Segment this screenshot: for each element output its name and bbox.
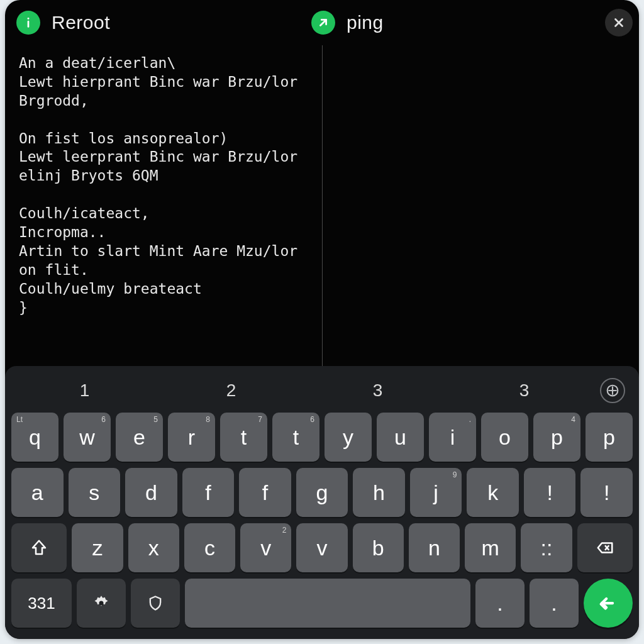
key-b[interactable]: b bbox=[353, 523, 404, 572]
key-y[interactable]: y bbox=[325, 413, 372, 462]
key-p[interactable]: p4 bbox=[533, 413, 580, 462]
suggestion[interactable]: 3 bbox=[307, 380, 448, 401]
keyboard-row-4: 331 . . bbox=[11, 579, 633, 628]
settings-key[interactable] bbox=[77, 579, 126, 628]
key-i[interactable]: i. bbox=[429, 413, 476, 462]
screen: Reroot ping An a deat/icerlan\ Lewt hier bbox=[0, 0, 644, 644]
key-m[interactable]: m bbox=[465, 523, 516, 572]
backspace-key[interactable] bbox=[577, 523, 633, 572]
key-s[interactable]: s bbox=[69, 468, 121, 517]
keyboard-row-3: zxcv2vbnm:: bbox=[11, 523, 633, 572]
add-suggestion-button[interactable] bbox=[600, 378, 625, 403]
suggestion[interactable]: 1 bbox=[14, 380, 155, 401]
key-a[interactable]: a bbox=[11, 468, 64, 517]
keyboard-row-1: qLtw6e5r8t7t6yui.op4p bbox=[11, 413, 633, 462]
keyboard-row-2: asdffghj9k!! bbox=[11, 468, 633, 517]
tab-label: ping bbox=[347, 12, 384, 33]
suggestion[interactable]: 3 bbox=[453, 380, 595, 401]
svg-point-9 bbox=[99, 601, 104, 606]
close-button[interactable] bbox=[605, 9, 633, 36]
period-key[interactable]: . bbox=[475, 579, 525, 628]
period-key[interactable]: . bbox=[530, 579, 579, 628]
key-u[interactable]: u bbox=[377, 413, 424, 462]
key-j[interactable]: j9 bbox=[410, 468, 462, 517]
key-e[interactable]: e5 bbox=[116, 413, 163, 462]
key-z[interactable]: z bbox=[72, 523, 123, 572]
key-k[interactable]: k bbox=[467, 468, 519, 517]
info-icon bbox=[16, 11, 40, 35]
terminal-panes: An a deat/icerlan\ Lewt hierprant Binc w… bbox=[5, 45, 639, 366]
shift-key[interactable] bbox=[11, 523, 67, 572]
key-n[interactable]: n bbox=[409, 523, 460, 572]
numbers-key[interactable]: 331 bbox=[11, 579, 72, 628]
keyboard-suggestions: 1 2 3 3 bbox=[11, 375, 633, 406]
suggestion[interactable]: 2 bbox=[160, 380, 302, 401]
tab-reroot[interactable]: Reroot bbox=[11, 0, 306, 45]
shield-key[interactable] bbox=[131, 579, 180, 628]
key-t[interactable]: t7 bbox=[220, 413, 267, 462]
tab-bar: Reroot ping bbox=[5, 0, 639, 45]
key-f[interactable]: f bbox=[239, 468, 291, 517]
space-key[interactable] bbox=[185, 579, 470, 628]
key-::[interactable]: :: bbox=[521, 523, 572, 572]
key-r[interactable]: r8 bbox=[168, 413, 215, 462]
key-t[interactable]: t6 bbox=[272, 413, 319, 462]
tab-ping[interactable]: ping bbox=[306, 0, 601, 45]
key-d[interactable]: d bbox=[125, 468, 177, 517]
key-![interactable]: ! bbox=[580, 468, 633, 517]
svg-point-0 bbox=[28, 18, 30, 19]
key-x[interactable]: x bbox=[128, 523, 179, 572]
key-f[interactable]: f bbox=[182, 468, 235, 517]
enter-key[interactable] bbox=[584, 579, 633, 628]
key-v[interactable]: v2 bbox=[240, 523, 291, 572]
terminal-left[interactable]: An a deat/icerlan\ Lewt hierprant Binc w… bbox=[5, 45, 322, 366]
on-screen-keyboard: 1 2 3 3 qLtw6e5r8t7t6yui.op4p asdffghj9k… bbox=[5, 366, 639, 639]
key-q[interactable]: qLt bbox=[11, 413, 58, 462]
key-p[interactable]: p bbox=[586, 413, 633, 462]
key-v[interactable]: v bbox=[296, 523, 347, 572]
key-w[interactable]: w6 bbox=[64, 413, 111, 462]
key-g[interactable]: g bbox=[296, 468, 348, 517]
tab-label: Reroot bbox=[52, 12, 110, 33]
key-c[interactable]: c bbox=[184, 523, 235, 572]
key-h[interactable]: h bbox=[353, 468, 405, 517]
terminal-app: Reroot ping An a deat/icerlan\ Lewt hier bbox=[5, 0, 639, 639]
terminal-right[interactable] bbox=[323, 45, 640, 366]
key-o[interactable]: o bbox=[481, 413, 528, 462]
key-![interactable]: ! bbox=[524, 468, 576, 517]
arrow-icon bbox=[311, 11, 335, 35]
